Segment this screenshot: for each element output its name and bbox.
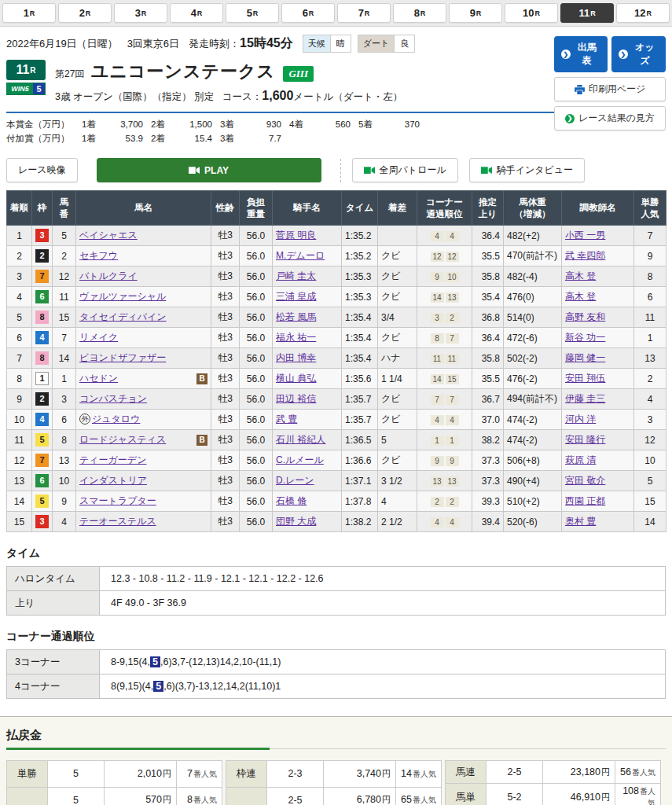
payout-popularity: 65番人気 [396, 787, 442, 805]
result-guide-button[interactable]: ❯ レース結果の見方 [554, 106, 666, 130]
race-tab[interactable]: 1R [2, 3, 56, 23]
finish-time: 1:35.3 [342, 266, 378, 287]
race-video-button[interactable]: レース映像 [6, 158, 78, 182]
race-tab[interactable]: 3R [114, 3, 167, 23]
corner-label: 4コーナー [7, 675, 100, 699]
trainer-link[interactable]: 河内 洋 [565, 414, 596, 425]
race-tab[interactable]: 5R [226, 3, 279, 23]
jockey-link[interactable]: 戸崎 圭太 [276, 270, 316, 281]
jockey-link[interactable]: 三浦 皇成 [276, 291, 316, 302]
frame-cell: 2 [32, 246, 53, 266]
race-tab[interactable]: 4R [170, 3, 223, 23]
margin: クビ [378, 410, 417, 430]
combination: 2-5 [487, 761, 543, 784]
horse-name-link[interactable]: インダストリア [79, 475, 147, 486]
win-popularity: 14 [634, 512, 666, 532]
entries-button[interactable]: ❯ 出馬表 [554, 36, 608, 72]
race-tab[interactable]: 2R [58, 3, 112, 23]
jockey-cell: C.ルメール [273, 450, 342, 471]
race-tab-suffix: R [420, 9, 426, 17]
corner-row: 4コーナー 8(9,15)(4,5,6)(3,7)-13,12,14,2(11,… [7, 675, 666, 699]
race-tab[interactable]: 9R [449, 3, 502, 23]
trainer-link[interactable]: 萩原 清 [565, 454, 596, 465]
trainer-link[interactable]: 安田 翔伍 [565, 373, 605, 384]
race-tab[interactable]: 12R [616, 3, 670, 23]
horse-name-link[interactable]: テーオーステルス [79, 516, 156, 527]
win-popularity: 5 [634, 471, 666, 491]
jockey-link[interactable]: 石橋 脩 [276, 495, 307, 506]
horse-name-link[interactable]: ハセドン [79, 373, 118, 384]
race-tab[interactable]: 11R [560, 3, 614, 23]
frame-cell: 2 [32, 389, 53, 410]
horse-name-link[interactable]: ベイシャエス [79, 230, 138, 241]
jockey-link[interactable]: 横山 典弘 [276, 373, 316, 384]
horse-name-link[interactable]: ビヨンドザファザー [79, 352, 166, 363]
frame-number-badge: 6 [35, 290, 49, 303]
last-3f: 36.4 [472, 226, 504, 246]
last-3f: 35.8 [472, 266, 504, 287]
race-tab-number: 6 [303, 7, 308, 19]
horse-name-link[interactable]: ジュタロウ [92, 414, 140, 425]
race-tab[interactable]: 7R [337, 3, 391, 23]
trainer-link[interactable]: 高木 登 [565, 270, 596, 281]
jockey-link[interactable]: 菅原 明良 [276, 230, 316, 241]
race-tab-suffix: R [534, 9, 540, 17]
jockey-link[interactable]: 福永 祐一 [276, 332, 316, 343]
jockey-link[interactable]: C.ルメール [276, 454, 324, 465]
trainer-cell: 河内 洋 [562, 410, 634, 430]
horse-name-link[interactable]: リメイク [79, 332, 118, 343]
horse-name-link[interactable]: スマートラプター [79, 495, 156, 506]
horse-weight: 476(0) [504, 287, 562, 307]
jockey-link[interactable]: 松若 風馬 [276, 311, 316, 322]
horse-name-link[interactable]: ヴァルツァーシャル [79, 291, 166, 302]
margin: ハナ [378, 348, 417, 369]
jockey-link[interactable]: 団野 大成 [276, 516, 316, 527]
finish-time: 1:35.4 [342, 348, 378, 369]
jockey-link[interactable]: M.デムーロ [276, 250, 325, 261]
win-popularity: 3 [634, 410, 666, 430]
race-tab[interactable]: 8R [393, 3, 446, 23]
horse-name-link[interactable]: コンバスチョン [79, 393, 147, 404]
trainer-link[interactable]: 高木 登 [565, 291, 596, 302]
horse-name-cell: ティーガーデン [76, 450, 211, 471]
horse-name-link[interactable]: ティーガーデン [79, 454, 146, 465]
jockey-link[interactable]: D.レーン [276, 475, 314, 486]
print-button[interactable]: 印刷用ページ [554, 77, 666, 101]
corner-positions: 44 [417, 512, 472, 532]
race-round: 第27回 [55, 68, 84, 79]
horse-name-link[interactable]: セキフウ [79, 250, 118, 261]
jockey-link[interactable]: 内田 博幸 [276, 352, 316, 363]
trainer-link[interactable]: 武 幸四郎 [565, 250, 605, 261]
patrol-video-button[interactable]: 全周パトロール [352, 158, 458, 182]
race-tab[interactable]: 10R [505, 3, 558, 23]
trainer-cell: 萩原 清 [562, 450, 634, 471]
margin: 5 [378, 430, 417, 450]
race-tab[interactable]: 6R [281, 3, 335, 23]
last-3f: 35.4 [472, 287, 504, 307]
trainer-link[interactable]: 西園 正都 [565, 495, 605, 506]
trainer-link[interactable]: 藤岡 健一 [565, 352, 605, 363]
horse-weight: 506(+8) [504, 450, 562, 471]
trainer-link[interactable]: 小西 一男 [565, 230, 605, 241]
trainer-link[interactable]: 高野 友和 [565, 311, 605, 322]
col-horse-number: 馬番 [53, 191, 76, 226]
horse-name-link[interactable]: バトルクライ [79, 270, 138, 281]
margin: クビ [378, 246, 417, 266]
corner-row: 3コーナー 8-9,15(4,5,6)3,7-(12,13)14,2,10-(1… [7, 650, 666, 675]
trainer-link[interactable]: 新谷 功一 [565, 332, 605, 343]
prize-item: 2着15.4 [151, 133, 217, 145]
jockey-link[interactable]: 石川 裕紀人 [276, 434, 325, 445]
jockey-link[interactable]: 田辺 裕信 [276, 393, 316, 404]
trainer-link[interactable]: 安田 隆行 [565, 434, 605, 445]
jockey-interview-button[interactable]: 騎手インタビュー [469, 158, 585, 182]
trainer-link[interactable]: 宮田 敬介 [565, 475, 605, 486]
jockey-link[interactable]: 武 豊 [276, 414, 297, 425]
play-button[interactable]: PLAY [97, 158, 321, 182]
horse-name-link[interactable]: ロードジャスティス [79, 434, 166, 445]
trainer-link[interactable]: 奥村 豊 [565, 516, 596, 527]
trainer-cell: 高野 友和 [562, 307, 634, 328]
odds-button[interactable]: ❯ オッズ [611, 36, 666, 72]
results-table: 着順 枠 馬番 馬名 性齢 負担重量 騎手名 タイム 着差 コーナー通過順位 推… [6, 190, 666, 532]
horse-name-link[interactable]: タイセイディバイン [79, 311, 167, 322]
trainer-link[interactable]: 伊藤 圭三 [565, 393, 605, 404]
